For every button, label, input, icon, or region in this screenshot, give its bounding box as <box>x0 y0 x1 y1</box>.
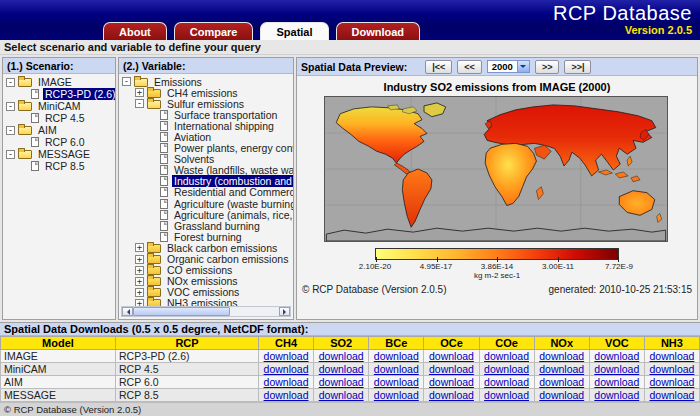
tree-item-power-plants[interactable]: Power plants, energy convers <box>119 143 293 154</box>
tree-item-minicam[interactable]: -MiniCAM <box>3 100 115 112</box>
download-link[interactable]: download <box>264 376 309 388</box>
download-link[interactable]: download <box>539 376 584 388</box>
expand-icon[interactable]: + <box>135 88 144 97</box>
download-link[interactable]: download <box>484 376 529 388</box>
download-link[interactable]: download <box>429 350 474 362</box>
tree-item-sulfur-emissions[interactable]: -Sulfur emissions <box>119 98 293 109</box>
preview-copyright: © RCP Database (Version 2.0.5) <box>302 284 446 295</box>
collapse-icon[interactable]: - <box>122 77 131 86</box>
download-link[interactable]: download <box>319 389 364 401</box>
tree-item-rcp3pd[interactable]: RCP3-PD (2.6) <box>3 88 115 100</box>
tree-item-agriculture-animals[interactable]: Agriculture (animals, rice, soil) <box>119 209 293 220</box>
tree-item-rcp60[interactable]: RCP 6.0 <box>3 136 115 148</box>
world-emissions-map <box>324 96 668 242</box>
tree-item-industry[interactable]: Industry (combustion and pro <box>119 176 293 187</box>
scrollbar-track[interactable] <box>230 307 279 316</box>
collapse-icon[interactable]: - <box>6 150 15 159</box>
tree-item-forest-burning[interactable]: Forest burning <box>119 231 293 242</box>
tree-item-image[interactable]: -IMAGE <box>3 76 115 88</box>
download-link[interactable]: download <box>374 350 419 362</box>
download-link[interactable]: download <box>429 389 474 401</box>
collapse-icon[interactable]: - <box>135 99 144 108</box>
download-link[interactable]: download <box>649 376 694 388</box>
expand-icon[interactable]: + <box>135 277 144 286</box>
tree-item-rcp45[interactable]: RCP 4.5 <box>3 112 115 124</box>
scrollbar-thumb[interactable] <box>133 307 230 316</box>
download-link[interactable]: download <box>594 376 639 388</box>
download-link[interactable]: download <box>539 363 584 375</box>
download-link[interactable]: download <box>374 376 419 388</box>
tree-item-residential-commercial[interactable]: Residential and Commercial <box>119 187 293 198</box>
download-link[interactable]: download <box>319 363 364 375</box>
tree-item-organic-carbon[interactable]: +Organic carbon emissions <box>119 254 293 265</box>
downloads-table: Model RCP CH4 SO2 BCe OCe COe NOx VOC NH… <box>0 336 700 402</box>
expand-icon[interactable]: + <box>135 255 144 264</box>
app-header: RCP Database Version 2.0.5 About Compare… <box>0 0 700 40</box>
download-link[interactable]: download <box>539 350 584 362</box>
tree-item-rcp85[interactable]: RCP 8.5 <box>3 160 115 172</box>
tree-item-ch4-emissions[interactable]: +CH4 emissions <box>119 87 293 98</box>
tree-item-co-emissions[interactable]: +CO emissions <box>119 265 293 276</box>
download-link[interactable]: download <box>539 389 584 401</box>
scroll-right-arrow-icon[interactable] <box>279 307 290 316</box>
download-link[interactable]: download <box>594 389 639 401</box>
tree-item-solvents[interactable]: Solvents <box>119 154 293 165</box>
collapse-icon[interactable]: - <box>6 102 15 111</box>
download-link[interactable]: download <box>264 363 309 375</box>
first-year-button[interactable]: |<< <box>425 60 452 74</box>
download-link[interactable]: download <box>264 389 309 401</box>
tree-item-aviation[interactable]: Aviation <box>119 131 293 142</box>
rcp-cell: RCP 6.0 <box>116 376 259 389</box>
download-link[interactable]: download <box>594 350 639 362</box>
download-link[interactable]: download <box>264 350 309 362</box>
scroll-left-arrow-icon[interactable] <box>122 307 133 316</box>
tree-item-emissions[interactable]: -Emissions <box>119 76 293 87</box>
download-link[interactable]: download <box>429 376 474 388</box>
tree-item-nox-emissions[interactable]: +NOx emissions <box>119 276 293 287</box>
tree-item-agriculture-waste-burning[interactable]: Agriculture (waste burning on <box>119 198 293 209</box>
download-link[interactable]: download <box>319 350 364 362</box>
tab-download[interactable]: Download <box>336 22 421 40</box>
download-link[interactable]: download <box>319 376 364 388</box>
expand-icon[interactable]: + <box>135 243 144 252</box>
collapse-icon[interactable]: - <box>6 78 15 87</box>
column-header-nox: NOx <box>534 337 589 350</box>
download-link[interactable]: download <box>374 363 419 375</box>
variable-panel-title: (2.) Variable: <box>119 58 293 74</box>
tree-item-surface-transportation[interactable]: Surface transportation <box>119 109 293 120</box>
tree-item-message[interactable]: -MESSAGE <box>3 148 115 160</box>
download-link[interactable]: download <box>429 363 474 375</box>
tab-compare[interactable]: Compare <box>174 22 254 40</box>
tree-item-waste[interactable]: Waste (landfills, waste water, <box>119 165 293 176</box>
download-link[interactable]: download <box>594 363 639 375</box>
tree-item-international-shipping[interactable]: International shipping <box>119 120 293 131</box>
download-link[interactable]: download <box>484 363 529 375</box>
horizontal-scrollbar[interactable] <box>121 306 291 317</box>
download-link[interactable]: download <box>484 389 529 401</box>
preview-panel-header: Spatial Data Preview: |<< << 2000 >> >>| <box>297 58 697 76</box>
tree-item-black-carbon[interactable]: +Black carbon emissions <box>119 242 293 253</box>
tab-about[interactable]: About <box>103 22 167 40</box>
tree-item-voc-emissions[interactable]: +VOC emissions <box>119 287 293 298</box>
document-icon <box>160 232 168 242</box>
year-dropdown[interactable]: 2000 <box>487 60 530 73</box>
next-year-button[interactable]: >> <box>535 60 560 74</box>
tree-item-aim[interactable]: -AIM <box>3 124 115 136</box>
collapse-icon[interactable]: - <box>6 126 15 135</box>
download-link[interactable]: download <box>649 389 694 401</box>
colorbar-tick-labels: 2.10E-20 4.95E-17 3.86E-14 3.00E-11 7.72… <box>375 260 619 270</box>
previous-year-button[interactable]: << <box>457 60 482 74</box>
expand-icon[interactable]: + <box>135 266 144 275</box>
colorbar-gradient <box>375 248 619 260</box>
main-area: (1.) Scenario: -IMAGE RCP3-PD (2.6) -Min… <box>0 55 700 322</box>
tree-item-grassland-burning[interactable]: Grassland burning <box>119 220 293 231</box>
download-link[interactable]: download <box>649 350 694 362</box>
document-icon <box>31 161 39 171</box>
download-link[interactable]: download <box>374 389 419 401</box>
expand-icon[interactable]: + <box>135 288 144 297</box>
tab-spatial[interactable]: Spatial <box>260 22 328 40</box>
download-link[interactable]: download <box>484 350 529 362</box>
download-link[interactable]: download <box>649 363 694 375</box>
model-cell: AIM <box>1 376 116 389</box>
last-year-button[interactable]: >>| <box>564 60 591 74</box>
